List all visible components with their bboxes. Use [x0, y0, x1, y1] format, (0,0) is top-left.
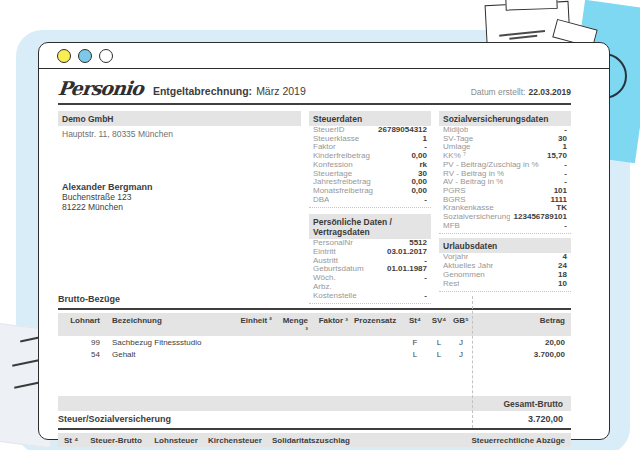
cell-einheit	[238, 350, 278, 359]
clipboard-clip	[505, 0, 557, 11]
kv-label: PGRS	[443, 187, 466, 196]
kv-label: Vorjahr	[443, 253, 468, 262]
document-title: Entgeltabrechnung:	[153, 85, 252, 97]
section-rule	[58, 308, 571, 310]
kv-label: SteuerID	[313, 126, 345, 135]
kv-value: -	[424, 274, 427, 283]
cell-einheit	[238, 338, 278, 347]
kv-row: PV - Beitrag/Zuschlag in %-	[439, 161, 571, 170]
header-rule	[58, 103, 571, 105]
created-date: Datum erstellt:22.03.2019	[471, 87, 571, 97]
col-header-bezeichnung: Bezeichnung	[106, 316, 238, 334]
kv-row: Aktuelles Jahr24	[439, 262, 571, 271]
kv-value: -	[424, 196, 427, 205]
cell-lohnart: 54	[58, 350, 106, 359]
cell-menge	[278, 338, 314, 347]
cell-faktor	[314, 338, 354, 347]
employer-address: Hauptstr. 11, 80335 München	[58, 126, 301, 142]
cell-sv: L	[428, 350, 450, 359]
cell-gb: J	[450, 350, 472, 359]
cell-betrag: 20,00	[472, 338, 571, 347]
kv-row: AV - Beitrag in %-	[439, 178, 571, 187]
kv-label: Wöch.	[313, 274, 336, 283]
kv-row: Kostenstelle-	[309, 292, 431, 301]
kv-row: Arbz.	[309, 283, 431, 292]
sozialversicherung-rows: Midijob- SV-Tage30 Umlage1 KK% ⁷15,70 PV…	[439, 126, 571, 234]
kv-row: Geburtsdatum01.01.1987	[309, 265, 431, 274]
kv-row: MFB-	[439, 222, 571, 231]
table-row: 99 Sachbezug Fitnessstudio F L J 20,00	[58, 336, 571, 348]
col-header-solidaritaetszuschlag: Solidaritatszuschlag	[266, 436, 396, 445]
kv-row: Genommen18	[439, 271, 571, 280]
kv-label: Steuerklasse	[313, 135, 359, 144]
cell-menge	[278, 350, 314, 359]
steuerdaten-rows: SteuerID26789054312 Steuerklasse1 Faktor…	[309, 126, 431, 208]
kv-label: Eintritt	[313, 248, 336, 257]
clipboard-scribble	[509, 35, 537, 39]
steuer-table-header: St ⁴ Steuer-Brutto Lohnsteuer Kirchenste…	[58, 433, 571, 447]
kv-label: Midijob	[443, 126, 468, 135]
kv-row: Rest10	[439, 280, 571, 289]
kv-label: DBA	[313, 196, 329, 205]
clipboard-scribble	[499, 30, 545, 36]
kv-label: Konfession	[313, 161, 353, 170]
employer-name: Demo GmbH	[58, 111, 301, 126]
col-header-prozensatz: Prozensatz	[354, 316, 402, 334]
brutto-table-header: Lohnart Bezeichnung Einheit ² Menge ³ Fa…	[58, 313, 571, 336]
col-header-gb: GB⁵	[450, 316, 472, 334]
browser-window: Personio Entgeltabrechnung: März 2019 Da…	[38, 42, 610, 440]
created-date-value: 22.03.2019	[528, 87, 571, 97]
cell-st: F	[402, 338, 428, 347]
kv-label: Sozialversicherungs Nr.	[443, 213, 510, 222]
kv-row: Vorjahr4	[439, 253, 571, 262]
created-date-label: Datum erstellt:	[471, 87, 526, 97]
cell-gb: J	[450, 338, 472, 347]
kv-label: Steuertage	[313, 170, 352, 179]
kv-row: Eintritt03.01.2017	[309, 248, 431, 257]
kv-row: Monatsfreibetrag0,00	[309, 187, 431, 196]
col-header-faktor: Faktor ³	[314, 316, 354, 334]
window-dot-white[interactable]	[99, 49, 113, 63]
window-dot-blue[interactable]	[78, 49, 92, 63]
employee-city: 81222 München	[62, 202, 301, 212]
kv-row: Wöch.-	[309, 274, 431, 283]
kv-label: Krankenkasse	[443, 204, 494, 213]
col-header-betrag: Betrag	[472, 316, 571, 334]
kv-label: AV - Beitrag in %	[443, 178, 503, 187]
dotted-divider-line	[472, 296, 473, 428]
kv-label: KK% ⁷	[443, 152, 466, 161]
kv-row: SteuerID26789054312	[309, 126, 431, 135]
section-title-urlaubsdaten: Urlaubsdaten	[439, 238, 571, 253]
col-header-st: St⁴	[402, 316, 428, 334]
col-header-lohnart: Lohnart	[58, 316, 106, 334]
kv-label: Aktuelles Jahr	[443, 262, 493, 271]
kv-label: Rest	[443, 280, 459, 289]
gesamt-brutto-value: 3.720,00	[528, 414, 563, 424]
col-header-steuer-brutto: Steuer-Brutto	[84, 436, 148, 445]
kv-value: 26789054312	[378, 126, 427, 135]
kv-value: 01.01.1987	[387, 265, 427, 274]
kv-value: 10	[558, 280, 567, 289]
kv-row: Sozialversicherungs Nr.123456789101	[439, 213, 571, 222]
persoenliche-daten-rows: PersonalNr5512 Eintritt03.01.2017 Austri…	[309, 239, 431, 304]
col-header-steuerrechtliche-abzuege: Steuerrechtliche Abzüge	[396, 436, 571, 445]
kv-label: Jahresfreibetrag	[313, 178, 371, 187]
kv-row: Steuerklasse1	[309, 135, 431, 144]
kv-label: Austritt	[313, 257, 338, 266]
col-header-einheit: Einheit ²	[238, 316, 278, 334]
table-row: 54 Gehalt L L J 3.700,00	[58, 348, 571, 360]
col-header-sv: SV⁴	[428, 316, 450, 334]
window-dot-yellow[interactable]	[57, 49, 71, 63]
col-header-lohnsteuer: Lohnsteuer	[148, 436, 204, 445]
cell-bezeichnung: Gehalt	[106, 350, 238, 359]
kv-value: 123456789101	[514, 213, 567, 222]
kv-row: Konfessionrk	[309, 161, 431, 170]
kv-label: Umlage	[443, 143, 471, 152]
gesamt-brutto-bar: Gesamt-Brutto	[58, 396, 571, 411]
employee-street: Buchenstraße 123	[62, 192, 301, 202]
cell-faktor	[314, 350, 354, 359]
kv-row: Kinderfreibetrag0,00	[309, 152, 431, 161]
section-title-persoenliche-daten: Persönliche Daten / Vertragsdaten	[309, 214, 431, 239]
kv-label: RV - Beitrag in %	[443, 170, 504, 179]
kv-label: Arbz.	[313, 283, 332, 292]
